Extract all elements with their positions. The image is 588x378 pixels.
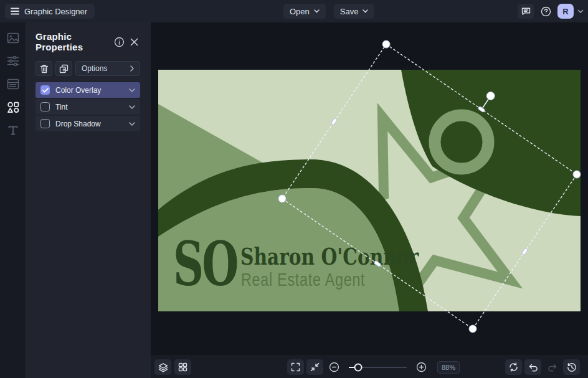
graphic-properties-panel: Graphic Properties Options (26, 22, 151, 378)
chevron-right-icon (130, 65, 134, 72)
chevron-down-icon (314, 9, 320, 13)
color-overlay-checkbox[interactable] (40, 85, 50, 95)
chevron-down-icon[interactable] (129, 122, 135, 126)
effects-list: Color Overlay Tint Drop Shadow (36, 82, 140, 131)
selection-corner-handle-top[interactable] (382, 40, 390, 48)
design-card[interactable]: SO Sharon O'Connor Real Estate Agent (158, 70, 581, 311)
card-text: SO Sharon O'Connor Real Estate Agent (158, 70, 581, 311)
grid-view-button[interactable] (174, 359, 191, 375)
refresh-button[interactable] (505, 359, 522, 375)
rotation-handle[interactable] (486, 92, 495, 100)
options-dropdown[interactable]: Options (75, 61, 140, 76)
redo-icon (548, 363, 557, 372)
app-title: Graphic Designer (24, 7, 87, 16)
help-button[interactable] (538, 4, 554, 19)
layers-icon (158, 362, 168, 372)
panel-toolbar: Options (36, 61, 140, 76)
fit-to-screen-button[interactable] (306, 359, 323, 375)
sidebar-item-adjustments[interactable] (4, 53, 22, 69)
chevron-down-icon[interactable] (129, 88, 135, 92)
shapes-icon (7, 102, 19, 113)
zoom-slider-track[interactable] (349, 367, 407, 368)
history-icon (567, 362, 577, 372)
history-button[interactable] (563, 359, 580, 375)
duplicate-button[interactable] (55, 61, 72, 76)
zoom-controls: 88% (287, 359, 460, 375)
fullscreen-button[interactable] (287, 359, 304, 375)
file-actions: Open Save (283, 4, 374, 19)
undo-button[interactable] (524, 359, 541, 375)
topbar: Graphic Designer Open Save R (0, 0, 588, 22)
sidebar-item-shapes[interactable] (4, 99, 22, 115)
chevron-down-icon (363, 9, 368, 13)
help-icon (541, 6, 551, 17)
layout-icon (7, 78, 19, 90)
grid-icon (178, 362, 187, 372)
delete-button[interactable] (36, 61, 52, 76)
info-icon (114, 37, 125, 47)
image-icon (7, 32, 19, 44)
app-window: Graphic Designer Open Save R (0, 0, 588, 378)
save-button[interactable]: Save (334, 4, 375, 19)
close-panel-button[interactable] (128, 35, 140, 48)
account-chevron-down-icon[interactable] (577, 9, 584, 14)
left-toolbar (0, 22, 26, 378)
effect-row-tint[interactable]: Tint (36, 99, 140, 115)
check-icon (42, 88, 49, 93)
text-icon (7, 125, 19, 136)
selection-corner-handle-right[interactable] (573, 171, 581, 178)
panel-title: Graphic Properties (36, 31, 110, 52)
history-controls (505, 359, 580, 375)
canvas-stage[interactable]: SO Sharon O'Connor Real Estate Agent (151, 22, 588, 378)
zoom-in-icon (416, 362, 427, 372)
layers-button[interactable] (154, 359, 171, 375)
info-button[interactable] (113, 35, 125, 48)
sidebar-item-images[interactable] (4, 30, 22, 46)
chevron-down-icon[interactable] (129, 105, 135, 109)
topbar-right: R (518, 4, 584, 19)
undo-icon (528, 363, 538, 372)
bottom-toolbar: 88% (151, 356, 588, 378)
selection-corner-handle-left[interactable] (278, 195, 286, 202)
selection-corner-handle-bottom[interactable] (469, 325, 477, 333)
sidebar-item-layouts[interactable] (4, 76, 22, 92)
zoom-out-button[interactable] (326, 359, 343, 375)
fit-to-screen-icon (310, 362, 320, 372)
chat-icon (521, 7, 531, 16)
zoom-slider[interactable] (349, 367, 407, 368)
hamburger-icon (10, 7, 20, 16)
app-body: Graphic Properties Options (0, 22, 588, 378)
effect-row-drop-shadow[interactable]: Drop Shadow (36, 116, 140, 131)
tint-checkbox[interactable] (40, 102, 50, 111)
fullscreen-icon (291, 362, 300, 372)
zoom-slider-knob[interactable] (354, 363, 363, 371)
zoom-in-button[interactable] (413, 359, 430, 375)
card-role[interactable]: Real Estate Agent (241, 271, 365, 289)
redo-button[interactable] (544, 359, 561, 375)
bottom-toolbar-left (154, 359, 191, 375)
refresh-icon (509, 362, 518, 372)
open-button[interactable]: Open (283, 4, 326, 19)
zoom-out-icon (329, 362, 339, 372)
user-avatar[interactable]: R (557, 4, 574, 19)
main-menu-button[interactable]: Graphic Designer (5, 4, 95, 19)
panel-header: Graphic Properties (36, 31, 140, 52)
sidebar-item-text[interactable] (4, 122, 22, 138)
duplicate-icon (59, 64, 69, 73)
effect-row-color-overlay[interactable]: Color Overlay (36, 82, 140, 98)
close-icon (130, 38, 138, 46)
brand-initials[interactable]: SO (173, 234, 237, 295)
feedback-button[interactable] (518, 4, 534, 19)
trash-icon (40, 64, 49, 73)
adjustments-icon (7, 55, 19, 67)
drop-shadow-checkbox[interactable] (40, 119, 50, 128)
zoom-level-value[interactable]: 88% (437, 361, 460, 374)
card-name[interactable]: Sharon O'Connor (240, 245, 419, 268)
